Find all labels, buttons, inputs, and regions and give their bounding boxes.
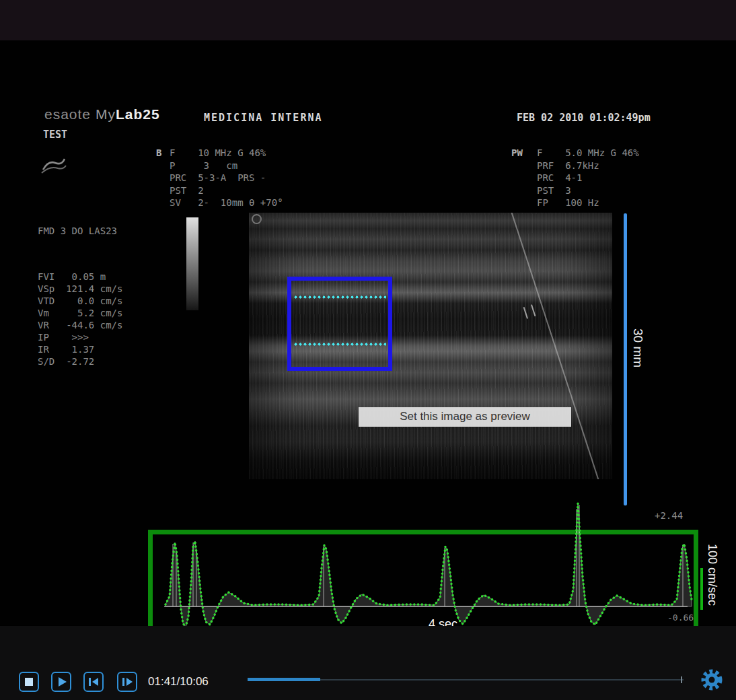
pw-cursor-line [509,213,610,479]
pw-mode-params: F 5.0 MHz G 46% PRF 6.7kHz PRC 4-1 PST 3… [537,147,639,209]
play-icon [52,673,70,691]
app-window: esaote MyLab25 TEST MEDICINA INTERNA FEB… [0,0,736,700]
prev-frame-button[interactable] [83,672,104,692]
b-param-line: F 10 MHz G 46% [170,147,283,160]
pw-param-line: PRC 4-1 [537,172,639,184]
measurements-panel: FVI 0.05 m VSp 121.4 cm/s VTD 0.0 cm/s V… [38,271,122,368]
progress-bar[interactable] [248,676,684,684]
settings-button[interactable] [700,668,724,692]
measurement-line: IP >>> [38,331,122,343]
measurement-line: Vm 5.2 cm/s [38,307,122,319]
grayscale-bar [186,217,198,310]
pw-param-line: F 5.0 MHz G 46% [537,147,639,160]
gear-icon [700,668,724,692]
ultrasound-screen: esaote MyLab25 TEST MEDICINA INTERNA FEB… [0,40,736,625]
probe-icon [39,153,69,176]
velocity-scale-label: 100 cm/sec [705,544,719,606]
brand-text: esaote [44,106,91,122]
depth-scale-label: 30 mm [630,328,645,368]
measurement-line: IR 1.37 [38,343,122,355]
esaote-logo: esaote MyLab25 [44,106,160,123]
model-prefix: My [96,106,116,122]
imt-dots-far-wall [293,343,386,346]
prev-frame-icon [85,673,102,691]
measurement-line: VTD 0.0 cm/s [38,295,122,307]
b-param-line: PRC 5-3-A PRS - [170,172,283,184]
b-mode-params: F 10 MHz G 46% P 3 cm PRC 5-3-A PRS - PS… [170,147,283,209]
pw-mode-label: PW [511,147,523,159]
velocity-scale-line [700,568,703,610]
doppler-min-value: -0.66 [667,612,694,624]
next-frame-icon [118,673,136,691]
pw-param-line: PST 3 [537,184,639,197]
measurement-line: VR -44.6 cm/s [38,319,122,331]
b-mode-label: B [156,147,161,159]
orientation-marker-icon [252,214,262,224]
b-param-line: PST 2 [170,184,283,197]
stop-icon [20,673,38,691]
pw-param-line: FP 100 Hz [537,197,639,209]
imt-dots-near-wall [293,295,386,299]
b-param-line: SV 2- 10mm θ +70° [170,197,283,209]
time-display: 01:41/10:06 [148,675,209,689]
department-label: MEDICINA INTERNA [204,112,323,124]
depth-scale-line [624,213,627,505]
set-preview-button[interactable]: Set this image as preview [359,407,571,427]
datetime-label: FEB 02 2010 01:02:49pm [517,112,651,124]
pw-param-line: PRF 6.7kHz [537,160,639,172]
play-button[interactable] [51,672,71,692]
progress-fill [248,678,320,681]
model-text: Lab25 [116,106,160,122]
study-label: FMD 3 DO LAS23 [38,225,117,237]
sample-volume-gate [523,304,536,318]
progress-end-tick [681,676,682,683]
top-bar [0,0,736,40]
patient-id: TEST [43,129,67,141]
stop-button[interactable] [19,672,39,692]
doppler-max-value: +2.44 [655,510,683,522]
player-bar: 01:41/10:06 [0,626,736,700]
b-param-line: P 3 cm [170,160,283,172]
next-frame-button[interactable] [117,672,137,692]
roi-box [287,277,392,371]
measurement-line: FVI 0.05 m [38,271,122,283]
measurement-line: S/D -2.72 [38,355,122,368]
measurement-line: VSp 121.4 cm/s [38,283,122,295]
